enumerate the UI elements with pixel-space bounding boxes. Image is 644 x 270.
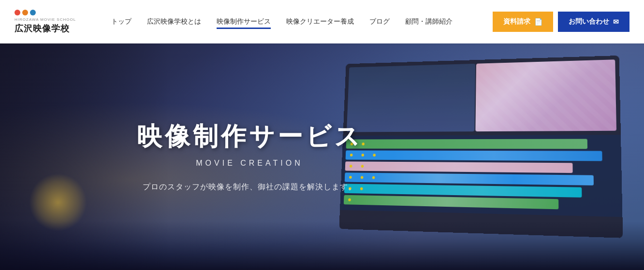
mail-icon: ✉ (613, 18, 619, 26)
timeline-track-1 (346, 139, 587, 149)
laptop-screen (339, 56, 623, 238)
timeline-track-4 (345, 172, 594, 185)
request-button-label: 資料請求 (503, 17, 530, 26)
nav-item-blog[interactable]: ブログ (369, 17, 390, 26)
editor-top-panels (343, 56, 621, 136)
timeline-track-6 (344, 195, 559, 210)
hero-section: 映像制作サービス MOVIE CREATION プロのスタッフが映像を制作、御社… (0, 43, 644, 270)
logo: HIROZAWA MOVIE SCHOOL 広沢映像学校 (15, 10, 92, 34)
logo-dot-blue (30, 10, 36, 15)
contact-button-label: お問い合わせ (569, 17, 609, 26)
nav-item-creator[interactable]: 映像クリエーター養成 (286, 17, 354, 26)
contact-button[interactable]: お問い合わせ ✉ (558, 12, 629, 32)
timeline-track-3 (345, 161, 573, 173)
hero-subtitle: MOVIE CREATION (137, 159, 363, 168)
hero-bottom-gradient (0, 222, 644, 270)
logo-dot-orange (22, 10, 28, 15)
request-button[interactable]: 資料請求 📄 (493, 12, 553, 32)
logo-dots (15, 10, 36, 15)
hero-content: 映像制作サービス MOVIE CREATION プロのスタッフが映像を制作、御社… (137, 121, 363, 192)
timeline-track-2 (346, 150, 602, 161)
site-header: HIROZAWA MOVIE SCHOOL 広沢映像学校 トップ 広沢映像学校と… (0, 0, 644, 43)
hero-title: 映像制作サービス (137, 121, 363, 151)
logo-subtitle: HIROZAWA MOVIE SCHOOL (15, 17, 76, 22)
logo-dot-red (15, 10, 20, 15)
header-buttons: 資料請求 📄 お問い合わせ ✉ (493, 12, 629, 32)
timeline-area (340, 135, 623, 217)
main-nav: トップ 広沢映像学校とは 映像制作サービス 映像クリエーター養成 ブログ 顧問・… (111, 17, 493, 26)
hero-description: プロのスタッフが映像を制作、御社の課題を解決します。 (137, 182, 363, 192)
nav-item-top[interactable]: トップ (111, 17, 132, 26)
logo-main-text: 広沢映像学校 (15, 23, 70, 34)
nav-item-lecturer[interactable]: 顧問・講師紹介 (405, 17, 453, 26)
document-icon: 📄 (534, 18, 542, 26)
editor-left-panel (347, 64, 475, 132)
editor-right-panel (475, 59, 616, 131)
nav-item-about[interactable]: 広沢映像学校とは (147, 17, 201, 26)
nav-item-service[interactable]: 映像制作サービス (217, 17, 271, 26)
